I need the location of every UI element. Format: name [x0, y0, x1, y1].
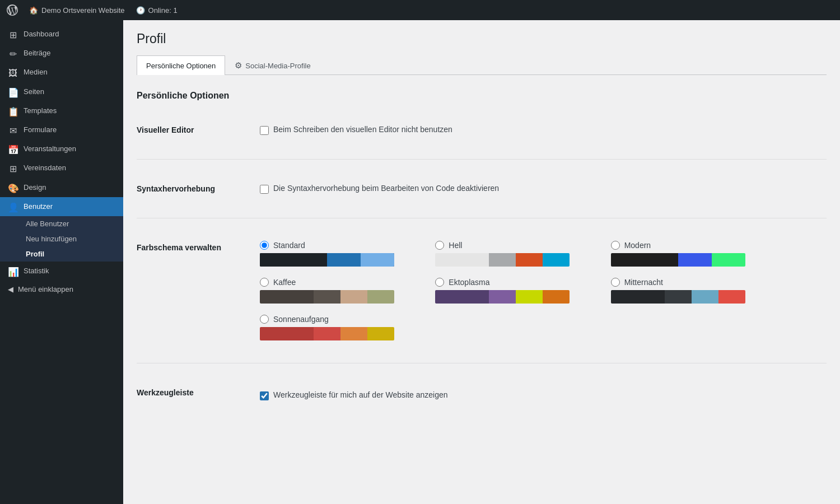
dashboard-icon: ⊞ [8, 29, 18, 39]
user-icon: 👤 [8, 202, 18, 212]
sidebar-item-statistik[interactable]: 📊 Statistik [0, 262, 123, 281]
main-layout: ⊞ Dashboard ✏ Beiträge 🖼 Medien 📄 Seiten… [0, 20, 840, 504]
scheme-standard-swatches [260, 253, 394, 267]
syntaxhervorhebung-checkbox-label: Die Syntaxhervorhebung beim Bearbeiten v… [273, 184, 499, 193]
admin-bar: 🏠 Demo Ortsverein Website 🕐 Online: 1 [0, 0, 840, 20]
sidebar: ⊞ Dashboard ✏ Beiträge 🖼 Medien 📄 Seiten… [0, 20, 123, 504]
syntaxhervorhebung-label: Syntaxhervorhebung [137, 173, 260, 204]
farbschema-row: Farbschema verwalten Standard [137, 232, 827, 349]
farbschema-label: Farbschema verwalten [137, 232, 260, 349]
scheme-sonnenaufgang: Sonnenaufgang [260, 315, 413, 340]
page-title: Profil [137, 31, 827, 46]
submenu-alle-benutzer[interactable]: Alle Benutzer [0, 216, 123, 231]
werkzeugleiste-checkbox[interactable] [260, 391, 269, 400]
benutzer-submenu: Alle Benutzer Neu hinzufügen Profil [0, 216, 123, 262]
scheme-sonnenaufgang-swatches [260, 327, 394, 340]
syntaxhervorhebung-checkbox-row: Die Syntaxhervorhebung beim Bearbeiten v… [260, 184, 827, 194]
page-icon: 📄 [8, 87, 18, 97]
visueller-editor-checkbox-row: Beim Schreiben den visuellen Editor nich… [260, 125, 827, 135]
scheme-kaffee-swatches [260, 290, 394, 304]
online-status: 🕐 Online: 1 [136, 6, 178, 15]
form-table: Visueller Editor Beim Schreiben den visu… [137, 114, 827, 409]
scheme-standard: Standard [260, 241, 413, 267]
sidebar-item-formulare[interactable]: ✉ Formulare [0, 120, 123, 139]
templates-icon: 📋 [8, 106, 18, 116]
scheme-modern-swatches [611, 253, 745, 267]
site-name[interactable]: 🏠 Demo Ortsverein Website [29, 6, 125, 15]
wp-logo-button[interactable] [7, 4, 18, 16]
edit-icon: ✏ [8, 48, 18, 58]
media-icon: 🖼 [8, 67, 18, 77]
tabs-bar: Persönliche Optionen ⚙ Social-Media-Prof… [137, 55, 827, 75]
werkzeugleiste-checkbox-label: Werkzeugleiste für mich auf der Website … [273, 390, 448, 399]
scheme-hell: Hell [435, 241, 588, 267]
sidebar-item-beitraege[interactable]: ✏ Beiträge [0, 44, 123, 63]
sidebar-item-benutzer[interactable]: 👤 Benutzer [0, 197, 123, 216]
syntaxhervorhebung-row: Syntaxhervorhebung Die Syntaxhervorhebun… [137, 173, 827, 204]
sidebar-item-veranstaltungen[interactable]: 📅 Veranstaltungen [0, 139, 123, 158]
werkzeugleiste-row: Werkzeugleiste Werkzeugleiste für mich a… [137, 377, 827, 409]
scheme-ektoplasma: Ektoplasma [435, 278, 588, 304]
scheme-hell-swatches [435, 253, 570, 267]
scheme-ektoplasma-label: Ektoplasma [449, 278, 489, 287]
sidebar-item-seiten[interactable]: 📄 Seiten [0, 82, 123, 101]
visueller-editor-label: Visueller Editor [137, 114, 260, 146]
visueller-editor-checkbox-label: Beim Schreiben den visuellen Editor nich… [273, 125, 452, 134]
scheme-mitternacht-label: Mitternacht [624, 278, 663, 287]
color-scheme-grid: Standard [260, 241, 764, 340]
sidebar-item-medien[interactable]: 🖼 Medien [0, 63, 123, 82]
scheme-modern: Modern [611, 241, 764, 267]
sidebar-item-dashboard[interactable]: ⊞ Dashboard [0, 25, 123, 44]
scheme-modern-radio[interactable] [611, 241, 620, 250]
sidebar-item-templates[interactable]: 📋 Templates [0, 101, 123, 120]
scheme-modern-label: Modern [624, 241, 651, 250]
werkzeugleiste-label: Werkzeugleiste [137, 377, 260, 409]
scheme-kaffee-label: Kaffee [273, 278, 296, 287]
collapse-icon: ◀ [8, 285, 13, 293]
submenu-profil[interactable]: Profil [0, 246, 123, 262]
tab-social-media-profile[interactable]: ⚙ Social-Media-Profile [225, 55, 320, 75]
scheme-mitternacht-swatches [611, 290, 745, 304]
collapse-menu-button[interactable]: ◀ Menü einklappen [0, 281, 123, 298]
events-icon: 📅 [8, 144, 18, 154]
scheme-sonnenaufgang-radio[interactable] [260, 315, 269, 324]
scheme-kaffee: Kaffee [260, 278, 413, 304]
statistik-icon: 📊 [8, 266, 18, 276]
vereinsdaten-icon: ⊞ [8, 163, 18, 173]
tab-persoenliche-optionen[interactable]: Persönliche Optionen [137, 55, 225, 75]
scheme-ektoplasma-swatches [435, 290, 570, 304]
scheme-mitternacht: Mitternacht [611, 278, 764, 304]
sidebar-item-design[interactable]: 🎨 Design [0, 178, 123, 197]
design-icon: 🎨 [8, 183, 18, 193]
syntaxhervorhebung-checkbox[interactable] [260, 185, 269, 194]
visueller-editor-checkbox[interactable] [260, 126, 269, 135]
forms-icon: ✉ [8, 125, 18, 135]
scheme-hell-label: Hell [449, 241, 462, 250]
scheme-mitternacht-radio[interactable] [611, 278, 620, 287]
content-area: Profil Persönliche Optionen ⚙ Social-Med… [123, 20, 840, 504]
scheme-ektoplasma-radio[interactable] [435, 278, 444, 287]
scheme-standard-label: Standard [273, 241, 305, 250]
scheme-standard-radio[interactable] [260, 241, 269, 250]
werkzeugleiste-checkbox-row: Werkzeugleiste für mich auf der Website … [260, 390, 827, 400]
gear-icon: ⚙ [235, 60, 242, 71]
sidebar-item-vereinsdaten[interactable]: ⊞ Vereinsdaten [0, 158, 123, 178]
visueller-editor-row: Visueller Editor Beim Schreiben den visu… [137, 114, 827, 146]
scheme-kaffee-radio[interactable] [260, 278, 269, 287]
submenu-neu-hinzufuegen[interactable]: Neu hinzufügen [0, 231, 123, 246]
section-heading: Persönliche Optionen [137, 91, 827, 101]
scheme-sonnenaufgang-label: Sonnenaufgang [273, 315, 329, 324]
scheme-hell-radio[interactable] [435, 241, 444, 250]
